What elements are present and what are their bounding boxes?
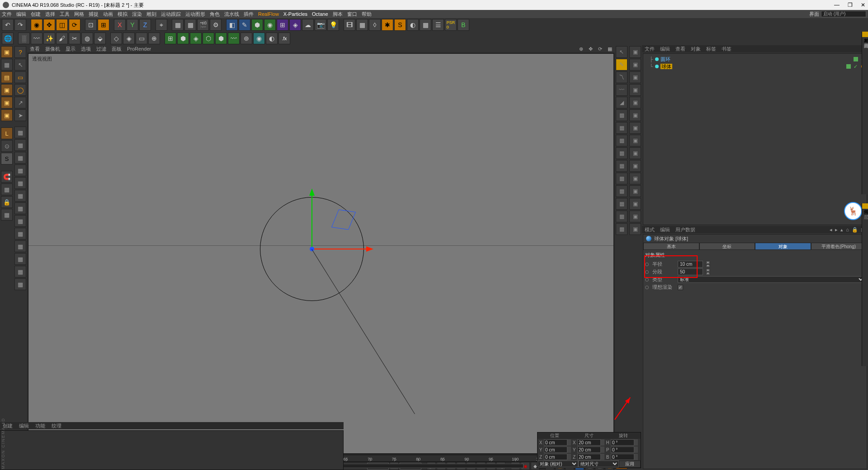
mm-texture[interactable]: 纹理 [52, 423, 61, 429]
am-edit[interactable]: 编辑 [660, 226, 670, 233]
size-x-field[interactable] [577, 439, 601, 446]
brush-icon[interactable]: 🖌 [56, 33, 68, 44]
scale-tool-icon[interactable]: ◫ [56, 19, 68, 31]
render-settings-icon[interactable]: ⚙ [210, 19, 222, 31]
object-row-circle[interactable]: ├ 圆环 ✓ [645, 56, 865, 63]
instance-icon[interactable]: ⬡ [203, 33, 214, 44]
menu-sculpt[interactable]: 雕刻 [146, 11, 156, 18]
effector-2-icon[interactable]: ◉ [253, 33, 265, 44]
perspective-viewport[interactable]: 透视视图 Y X 网格间距 : 10000 cm [28, 53, 614, 454]
r15-icon[interactable]: ▦ [616, 223, 627, 235]
lasso-icon[interactable]: ◯ [14, 84, 26, 96]
anim-dot-4-icon[interactable] [645, 286, 649, 289]
vis-tag-icon[interactable] [854, 57, 858, 61]
rb8-icon[interactable]: ▣ [629, 135, 641, 146]
object-manager-tree[interactable]: ├ 圆环 ✓ └ 球体 ✓ 🦌 [643, 53, 867, 225]
deformer-icon[interactable]: ◈ [289, 19, 301, 31]
sel-rect-icon[interactable]: ░ [18, 33, 30, 44]
object-row-sphere[interactable]: └ 球体 ✓ [645, 63, 865, 70]
rotate-tool-icon[interactable]: ⟳ [69, 19, 80, 31]
tab-phong[interactable]: 平滑着色(Phong) [811, 243, 867, 250]
cursor-icon[interactable]: ↖ [14, 59, 26, 70]
rb4-icon[interactable]: ▣ [629, 84, 641, 96]
menu-tools[interactable]: 工具 [60, 11, 70, 18]
menu-xparticles[interactable]: X-Particles [283, 11, 307, 17]
y-axis-icon[interactable]: Y [127, 19, 138, 31]
r6-icon[interactable]: ▦ [616, 109, 627, 121]
rb6-icon[interactable]: ▣ [629, 109, 641, 121]
minimize-button[interactable]: — [834, 2, 840, 8]
rot-b-field[interactable] [611, 454, 634, 460]
rb11-icon[interactable]: ▣ [629, 173, 641, 184]
extrude-icon[interactable]: ⬙ [94, 33, 106, 44]
am-home-icon[interactable]: ⌂ [846, 227, 849, 233]
vp-menu-options[interactable]: 选项 [81, 46, 91, 52]
rot-h-field[interactable] [611, 439, 634, 446]
r1-icon[interactable]: ↖ [616, 46, 627, 58]
tab-coord[interactable]: 坐标 [699, 243, 755, 250]
grid-2-icon[interactable]: ▦ [14, 139, 26, 151]
lock-icon[interactable]: 🔒 [1, 196, 13, 208]
rs-icon[interactable]: ▦ [356, 19, 368, 31]
r10-icon[interactable]: ▦ [616, 160, 627, 172]
ideal-render-checkbox[interactable]: ✓ [678, 285, 683, 290]
psr-icon[interactable]: PSR0 [445, 19, 457, 31]
render-view-icon[interactable]: ▦ [172, 19, 184, 31]
knife-icon[interactable]: ✂ [69, 33, 80, 44]
am-userdata[interactable]: 用户数据 [675, 226, 695, 233]
segments-spinner[interactable]: ▲▼ [706, 268, 710, 275]
radius-field[interactable] [678, 261, 703, 268]
grid-13-icon[interactable]: ▦ [14, 278, 26, 290]
r4-icon[interactable]: 〰 [616, 84, 627, 96]
grid-8-icon[interactable]: ▦ [14, 215, 26, 227]
redo-button[interactable]: ↷ [14, 19, 26, 31]
move-icon[interactable]: ↗ [14, 97, 26, 108]
vp-nav-1-icon[interactable]: ⊕ [579, 46, 583, 52]
misc-2-icon[interactable]: ▦ [420, 19, 431, 31]
menu-script[interactable]: 脚本 [333, 11, 343, 18]
rb15-icon[interactable]: ▣ [629, 223, 641, 235]
r7-icon[interactable]: ▦ [616, 122, 627, 134]
menu-mesh[interactable]: 网格 [74, 11, 84, 18]
r11-icon[interactable]: ▦ [616, 173, 627, 184]
am-lock-icon[interactable]: 🔒 [852, 227, 858, 233]
mm-edit[interactable]: 编辑 [19, 423, 29, 429]
text-mograph-icon[interactable]: ⬢ [215, 33, 227, 44]
render-pv-icon[interactable]: 🎬 [197, 19, 209, 31]
generator-icon[interactable]: ⬢ [251, 19, 263, 31]
maximize-button[interactable]: ❐ [848, 2, 853, 8]
x-axis-icon[interactable]: X [114, 19, 126, 31]
menu-create[interactable]: 创建 [31, 11, 41, 18]
dock-tab-attrs[interactable]: 属性 [862, 203, 868, 209]
grid-10-icon[interactable]: ▦ [14, 240, 26, 252]
subdivision-icon[interactable]: ◉ [264, 19, 276, 31]
arrow-icon[interactable]: ➤ [14, 109, 26, 121]
menu-select[interactable]: 选择 [45, 11, 55, 18]
wand-icon[interactable]: ✨ [43, 33, 55, 44]
last-tool-icon[interactable]: ⊡ [85, 19, 97, 31]
anim-dot-2-icon[interactable] [645, 270, 649, 274]
material-manager-area[interactable] [0, 430, 344, 470]
om-tags[interactable]: 标签 [706, 46, 716, 52]
dock-tab-objects[interactable]: 对象 [862, 32, 868, 37]
close-button[interactable]: ✕ [861, 2, 865, 8]
vp-menu-panel[interactable]: 面板 [112, 46, 122, 52]
grid-11-icon[interactable]: ▦ [14, 253, 26, 265]
sel-freehand-icon[interactable]: 〰 [31, 33, 42, 44]
r12-icon[interactable]: ▦ [616, 185, 627, 197]
axis-center-icon[interactable]: ⊙ [1, 140, 13, 152]
grid-7-icon[interactable]: ▦ [14, 202, 26, 214]
vis-tag-2-icon[interactable] [846, 64, 851, 69]
grid-12-icon[interactable]: ▦ [14, 266, 26, 277]
lock-xyz-icon[interactable]: ⊞ [98, 19, 109, 31]
menu-pipeline[interactable]: 流水线 [224, 11, 239, 18]
vp-menu-view[interactable]: 查看 [30, 46, 40, 52]
menu-window[interactable]: 窗口 [347, 11, 357, 18]
grid-3-icon[interactable]: ▦ [14, 152, 26, 164]
fracture-icon[interactable]: ◈ [190, 33, 202, 44]
menu-simulate[interactable]: 模拟 [118, 11, 127, 18]
s-icon[interactable]: S [394, 19, 406, 31]
tracer-icon[interactable]: 〰 [228, 33, 240, 44]
weld-icon[interactable]: ⊕ [148, 33, 160, 44]
axis-l-icon[interactable]: L [1, 127, 13, 139]
